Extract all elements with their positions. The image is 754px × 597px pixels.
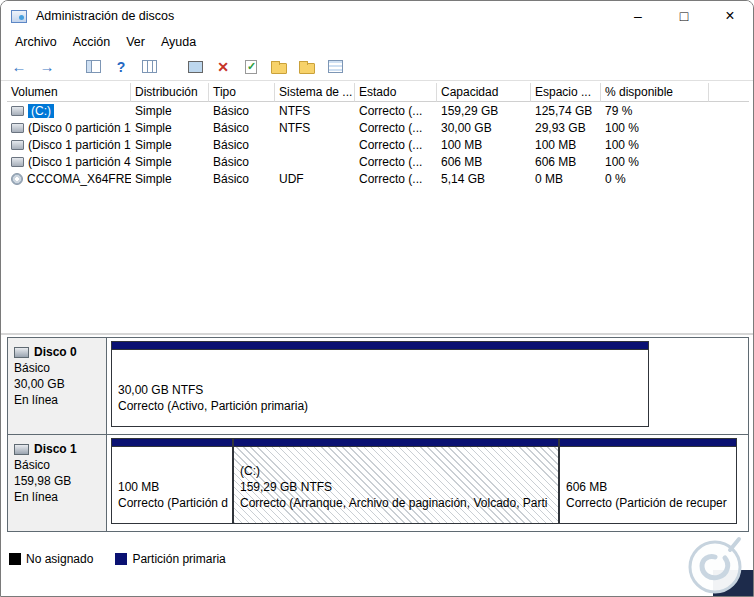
table-row[interactable]: (C:) Simple Básico NTFS Correcto (... 15… [7, 102, 749, 119]
open-folder-icon[interactable] [267, 55, 291, 79]
help-icon[interactable]: ? [109, 55, 133, 79]
partition-disk1-recovery[interactable]: 606 MB Correcto (Partición de recuper [559, 438, 737, 524]
table-row[interactable]: CCCOMA_X64FRE... Simple Básico UDF Corre… [7, 170, 749, 187]
column-header-tipo[interactable]: Tipo [209, 83, 275, 102]
computer-icon[interactable] [183, 55, 207, 79]
partition-size: 606 MB [566, 479, 727, 495]
cell-tipo: Básico [209, 172, 275, 186]
table-row[interactable]: (Disco 1 partición 1) Simple Básico Corr… [7, 136, 749, 153]
menu-ayuda[interactable]: Ayuda [153, 33, 204, 51]
disk-name: Disco 0 [34, 344, 77, 360]
cell-estado: Correcto (... [355, 138, 437, 152]
drive-icon [11, 106, 24, 116]
column-header-disponible[interactable]: % disponible [601, 83, 709, 102]
cell-estado: Correcto (... [355, 104, 437, 118]
cell-disponible: 100 % [601, 138, 709, 152]
primary-partition-swatch [115, 553, 127, 565]
column-header-distribucion[interactable]: Distribución [131, 83, 209, 102]
disk-0-label[interactable]: Disco 0 Básico 30,00 GB En línea [8, 338, 107, 434]
delete-volume-icon[interactable]: ✕ [211, 55, 235, 79]
cell-capacidad: 5,14 GB [437, 172, 531, 186]
disk-icon [14, 347, 29, 358]
disk-size: 30,00 GB [14, 376, 100, 392]
menu-accion[interactable]: Acción [65, 33, 119, 51]
cell-capacidad: 159,29 GB [437, 104, 531, 118]
cell-disponible: 100 % [601, 155, 709, 169]
disk-1-label[interactable]: Disco 1 Básico 159,98 GB En línea [8, 435, 107, 531]
properties-check-icon[interactable] [239, 55, 263, 79]
legend-unallocated: No asignado [9, 552, 93, 566]
table-row[interactable]: (Disco 0 partición 1) Simple Básico NTFS… [7, 119, 749, 136]
cell-disponible: 79 % [601, 104, 709, 118]
partition-size: 30,00 GB NTFS [118, 382, 308, 398]
cell-tipo: Básico [209, 155, 275, 169]
cell-estado: Correcto (... [355, 172, 437, 186]
toolbar: ← → ? ✕ [1, 53, 753, 81]
drive-icon [11, 140, 24, 150]
legend-primary-label: Partición primaria [132, 552, 225, 566]
window-controls: – □ × [615, 1, 753, 31]
pane-splitter[interactable] [1, 333, 753, 335]
disk-graph-pane: Disco 0 Básico 30,00 GB En línea 30,00 G… [7, 337, 749, 532]
partition-color-bar [560, 439, 736, 447]
back-icon[interactable]: ← [7, 55, 31, 79]
column-header-volumen[interactable]: Volumen [7, 83, 131, 102]
cell-distribucion: Simple [131, 155, 209, 169]
explore-folder-icon[interactable] [295, 55, 319, 79]
disk-name: Disco 1 [34, 441, 77, 457]
table-row[interactable]: (Disco 1 partición 4) Simple Básico Corr… [7, 153, 749, 170]
cell-espacio: 29,93 GB [531, 121, 601, 135]
app-icon [11, 10, 27, 23]
column-header-espacio[interactable]: Espacio ... [531, 83, 601, 102]
cell-estado: Correcto (... [355, 155, 437, 169]
cell-distribucion: Simple [131, 121, 209, 135]
drive-icon [11, 157, 24, 167]
close-button[interactable]: × [707, 1, 753, 31]
cell-distribucion: Simple [131, 104, 209, 118]
disk-type: Básico [14, 457, 100, 473]
cell-disponible: 0 % [601, 172, 709, 186]
menu-archivo[interactable]: Archivo [7, 33, 65, 51]
volume-list: Volumen Distribución Tipo Sistema de ...… [7, 83, 749, 187]
views-icon[interactable] [323, 55, 347, 79]
volume-name: (Disco 1 partición 1) [28, 138, 131, 152]
volume-name: (Disco 0 partición 1) [28, 121, 131, 135]
minimize-button[interactable]: – [615, 1, 661, 31]
show-action-pane-icon[interactable] [137, 55, 161, 79]
title-bar: Administración de discos – □ × [1, 1, 753, 31]
maximize-button[interactable]: □ [661, 1, 707, 31]
disk-1-area: 100 MB Correcto (Partición d (C:) 159,29… [107, 435, 748, 531]
menu-ver[interactable]: Ver [118, 33, 153, 51]
cell-tipo: Básico [209, 138, 275, 152]
cell-tipo: Básico [209, 121, 275, 135]
partition-disk0-primary[interactable]: 30,00 GB NTFS Correcto (Activo, Partició… [111, 341, 649, 427]
volume-name: (Disco 1 partición 4) [28, 155, 131, 169]
column-header-capacidad[interactable]: Capacidad [437, 83, 531, 102]
legend-unallocated-label: No asignado [26, 552, 93, 566]
cell-distribucion: Simple [131, 172, 209, 186]
cell-capacidad: 30,00 GB [437, 121, 531, 135]
partition-disk1-c[interactable]: (C:) 159,29 GB NTFS Correcto (Arranque, … [233, 438, 559, 524]
cell-sistema: NTFS [275, 104, 355, 118]
disk-row-1: Disco 1 Básico 159,98 GB En línea 100 MB… [7, 434, 749, 532]
drive-icon [11, 123, 24, 133]
partition-status: Correcto (Partición de recuper [566, 495, 727, 511]
unallocated-swatch [9, 553, 21, 565]
partition-status: Correcto (Arranque, Archivo de paginació… [240, 495, 548, 511]
show-console-tree-icon[interactable] [81, 55, 105, 79]
partition-disk1-system[interactable]: 100 MB Correcto (Partición d [111, 438, 233, 524]
column-header-sistema[interactable]: Sistema de ... [275, 83, 355, 102]
cell-espacio: 0 MB [531, 172, 601, 186]
disk-0-area: 30,00 GB NTFS Correcto (Activo, Partició… [107, 338, 748, 434]
partition-color-bar [112, 342, 648, 350]
cell-tipo: Básico [209, 104, 275, 118]
cell-sistema: NTFS [275, 121, 355, 135]
disk-row-0: Disco 0 Básico 30,00 GB En línea 30,00 G… [7, 337, 749, 435]
menu-bar: Archivo Acción Ver Ayuda [1, 31, 753, 53]
partition-color-bar [112, 439, 232, 447]
legend: No asignado Partición primaria [9, 552, 226, 566]
cell-capacidad: 606 MB [437, 155, 531, 169]
disk-status: En línea [14, 392, 100, 408]
forward-icon[interactable]: → [35, 55, 59, 79]
column-header-estado[interactable]: Estado [355, 83, 437, 102]
